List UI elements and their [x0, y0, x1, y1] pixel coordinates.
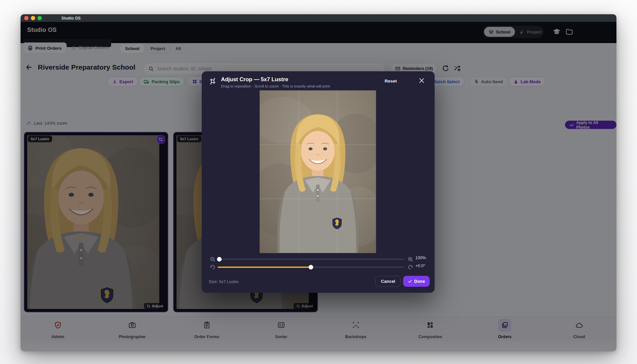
modal-header: Adjust Crop — 5x7 Lustre Drag to reposit… [202, 71, 435, 92]
close-icon [418, 77, 425, 84]
screen: Studio OS Studio OS School Project [0, 0, 637, 364]
zoom-slider[interactable] [218, 259, 404, 260]
rotate-ccw-icon[interactable] [210, 264, 216, 270]
rotation-value: +0.0° [415, 264, 433, 268]
zoom-value: 100% [415, 256, 433, 260]
cancel-button[interactable]: Cancel [375, 276, 401, 287]
rule-of-thirds-grid [260, 91, 376, 253]
zoom-slider-thumb[interactable] [217, 257, 222, 262]
zoom-out-icon[interactable] [210, 256, 216, 262]
modal-footer: Size: 5x7 Lustre Cancel Done [202, 272, 435, 293]
zoom-in-icon[interactable] [407, 256, 413, 262]
rotation-slider-row: +0.0° [202, 264, 435, 271]
check-icon [408, 279, 412, 283]
window-titlebar: Studio OS [21, 14, 616, 22]
rotation-slider-fill [218, 267, 311, 268]
close-button[interactable] [418, 77, 425, 84]
zoom-window-button[interactable] [37, 16, 42, 20]
rotation-slider[interactable] [218, 267, 404, 268]
rotate-cw-icon[interactable] [407, 264, 413, 270]
modal-title: Adjust Crop — 5x7 Lustre [221, 76, 288, 83]
size-label: Size: 5x7 Lustre [209, 279, 239, 284]
cancel-label: Cancel [381, 279, 395, 284]
reset-button[interactable]: Reset [383, 77, 399, 85]
minimize-window-button[interactable] [31, 16, 35, 20]
close-window-button[interactable] [24, 16, 29, 20]
done-label: Done [414, 279, 425, 284]
crop-preview[interactable] [260, 91, 376, 253]
zoom-slider-row: 100% [202, 256, 435, 263]
adjust-crop-modal: Adjust Crop — 5x7 Lustre Drag to reposit… [202, 71, 435, 293]
done-button[interactable]: Done [403, 276, 430, 287]
window-title: Studio OS [61, 16, 81, 21]
modal-subtitle: Drag to reposition · Scroll to zoom · Th… [221, 84, 330, 88]
rotation-slider-thumb[interactable] [309, 265, 313, 270]
crop-rotate-icon [209, 77, 217, 85]
